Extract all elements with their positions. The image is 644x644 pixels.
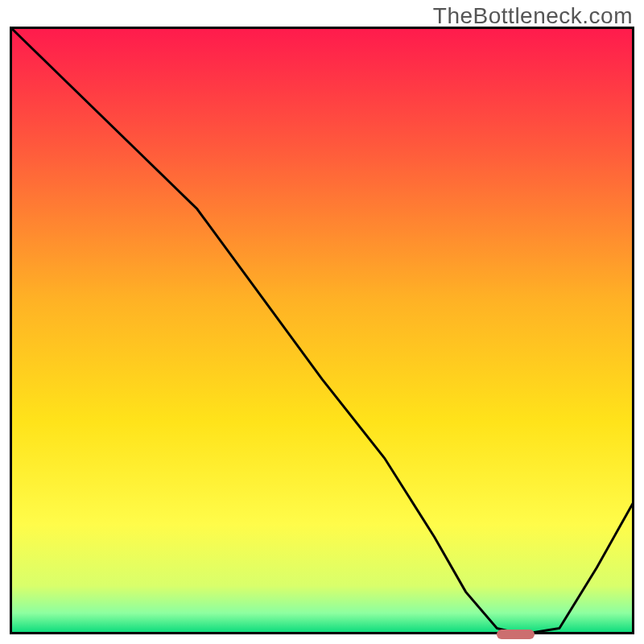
target-marker	[497, 630, 535, 639]
chart-svg	[10, 27, 634, 634]
plot-area	[10, 27, 634, 634]
chart-stage: TheBottleneck.com	[0, 0, 644, 644]
watermark-text: TheBottleneck.com	[433, 3, 633, 29]
